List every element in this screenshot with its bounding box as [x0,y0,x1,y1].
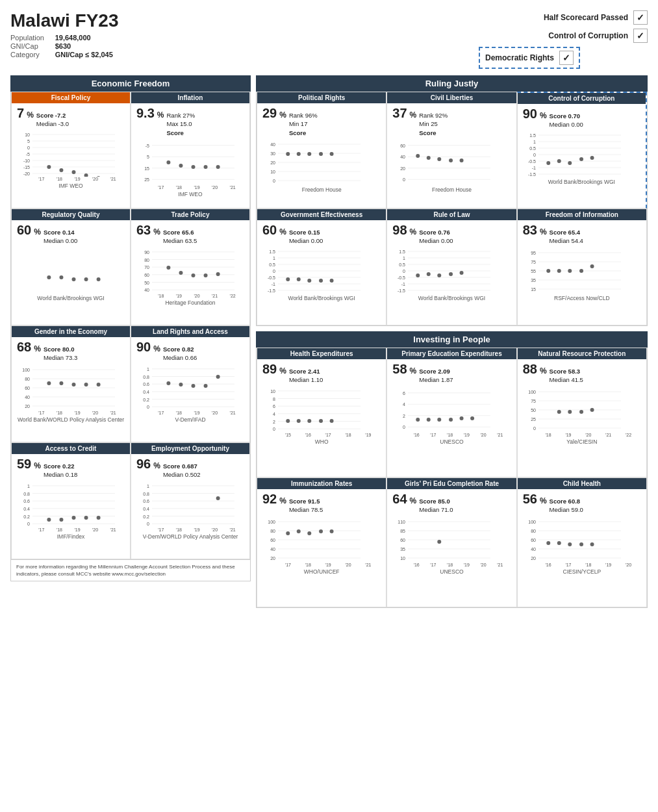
svg-point-243 [438,418,442,422]
mini-chart: 1.510.50-0.5-1-1.5 [262,248,381,294]
percent-symbol: % [279,496,286,505]
percent-symbol: % [279,227,286,236]
svg-point-178 [297,277,301,281]
svg-text:0.6: 0.6 [143,382,149,387]
svg-text:40: 40 [25,395,30,400]
svg-text:1.5: 1.5 [529,133,536,138]
card-title: Primary Education Expenditures [387,348,516,359]
svg-text:0: 0 [273,427,275,431]
percent-symbol: % [410,366,417,375]
card-details: Rank 96%Min 17Score [289,111,318,137]
card-details: Score 2.41Median 1.10 [289,367,323,385]
chart-source: World Bank/Brookings WGI [523,179,640,185]
svg-text:-1.5: -1.5 [398,288,405,293]
indicator-card: Health Expenditures89%Score 2.41Median 1… [257,348,386,477]
svg-point-215 [590,264,594,268]
svg-text:5: 5 [147,155,149,159]
indicator-card: Control of Corruption90%Score 0.70Median… [517,92,647,209]
chart-source: IMF WEO [136,191,244,197]
svg-point-179 [307,279,311,283]
card-details: Score 2.09Median 1.87 [419,367,453,385]
svg-point-84 [204,384,208,388]
card-score: Score 2.09 [419,368,450,375]
card-score: Score 0.76 [419,229,450,236]
x-label: '17 [38,411,44,415]
svg-text:-10: -10 [23,159,30,163]
card-percentage: 68 [17,340,31,355]
chart-source: World Bank/Brookings WGI [392,295,511,301]
svg-point-181 [330,279,334,283]
card-percentage: 29 [262,106,277,121]
card-stats: 92%Score 91.5Median 78.5 [262,492,381,514]
svg-point-229 [297,419,301,423]
svg-text:40: 40 [144,288,149,292]
x-label: '19 [74,177,80,181]
card-median: Median 78.5 [289,506,323,513]
card-percentage: 60 [262,223,277,238]
percent-symbol: % [410,496,417,505]
indicator-card: Civil Liberties37%Rank 92%Min 25Score604… [386,92,516,209]
card-title: Land Rights and Access [131,326,249,337]
mini-chart: 9575553515 [523,248,641,294]
svg-point-274 [319,529,323,533]
svg-text:0.6: 0.6 [23,499,30,503]
card-title: Natural Resource Protection [518,348,646,359]
svg-point-300 [579,542,583,546]
svg-text:0: 0 [403,425,405,429]
x-label: '20 [212,527,218,532]
svg-text:-5: -5 [26,152,30,157]
x-label: '18 [176,185,182,190]
percent-symbol: % [410,227,417,236]
card-rank: Rank 27% [166,112,195,119]
x-axis-labels: '15'16'17'18'19 [278,433,378,437]
card-median: Median 73.3 [44,354,77,361]
svg-text:40: 40 [270,547,275,552]
svg-point-275 [330,529,334,533]
svg-text:1: 1 [533,140,536,144]
x-axis-labels: '16'17'18'19'20'21 [408,433,508,437]
card-stats: 83%Score 65.4Median 54.4 [523,223,641,246]
svg-text:-1.5: -1.5 [528,172,536,177]
svg-point-50 [179,271,183,275]
card-title: Trade Policy [131,209,249,220]
x-label: '21 [605,433,611,437]
svg-point-33 [59,275,63,279]
x-label: '17 [38,527,44,532]
svg-text:0: 0 [533,153,536,157]
svg-text:20: 20 [270,556,275,561]
x-label: '18 [345,433,351,437]
svg-text:0: 0 [147,405,149,409]
card-percentage: 63 [136,223,151,238]
svg-point-66 [72,383,76,387]
x-label: '22 [230,294,236,298]
svg-text:20: 20 [401,166,406,171]
x-label: '16 [414,433,420,437]
x-axis-labels: '17'18'19'20'21 [152,411,242,415]
card-stats: 37%Rank 92%Min 25Score [392,106,511,137]
card-title: Civil Liberties [387,92,516,103]
svg-point-242 [427,418,431,422]
svg-text:15: 15 [144,166,149,171]
svg-point-82 [179,383,183,387]
chart-source: World Bank/Brookings WGI [262,295,381,301]
x-label: '19 [464,433,470,437]
card-median: Median 0.00 [44,237,77,244]
percent-symbol: % [153,461,160,470]
percent-symbol: % [540,227,547,236]
svg-point-100 [72,516,76,520]
card-title: Girls' Pri Edu Completion Rate [387,478,516,489]
svg-text:-0.5: -0.5 [268,275,275,280]
svg-point-231 [319,419,323,423]
card-median: Median 0.00 [289,237,323,244]
svg-text:1: 1 [273,256,275,260]
x-label: '16 [546,563,551,567]
indicator-card: Political Rights29%Rank 96%Min 17Score40… [257,92,386,209]
mini-chart: 11085603510'16'17'18'19'20'21 [392,517,511,567]
scorecard-item-half: Half Scorecard Passed ✓ [479,10,648,25]
svg-text:10: 10 [270,170,275,174]
svg-text:1.5: 1.5 [399,249,406,254]
indicator-card: Employment Opportunity96%Score 0.687Medi… [131,442,250,559]
card-median: Median 0.66 [163,354,197,361]
x-label: '21 [212,294,218,298]
svg-text:2: 2 [273,419,275,424]
